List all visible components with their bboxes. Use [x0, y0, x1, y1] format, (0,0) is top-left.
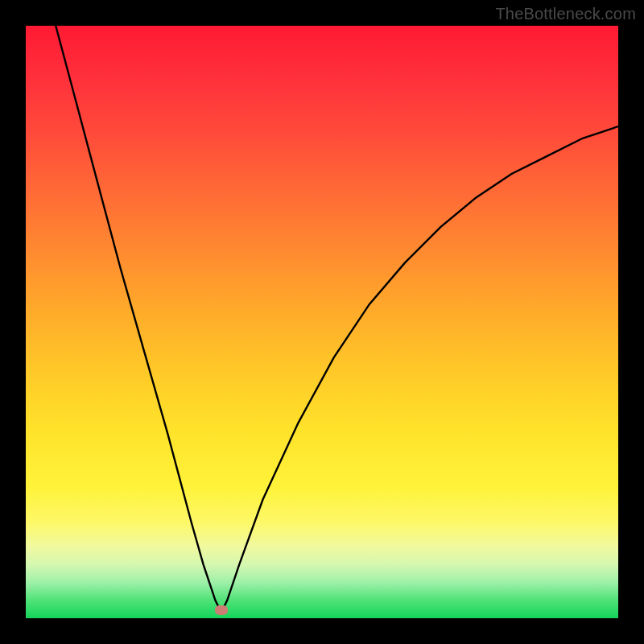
optimum-marker [215, 605, 228, 615]
plot-area [26, 26, 618, 618]
curve-layer [26, 26, 618, 618]
bottleneck-curve [26, 26, 618, 613]
chart-container: TheBottleneck.com [0, 0, 644, 644]
watermark-text: TheBottleneck.com [495, 5, 636, 23]
